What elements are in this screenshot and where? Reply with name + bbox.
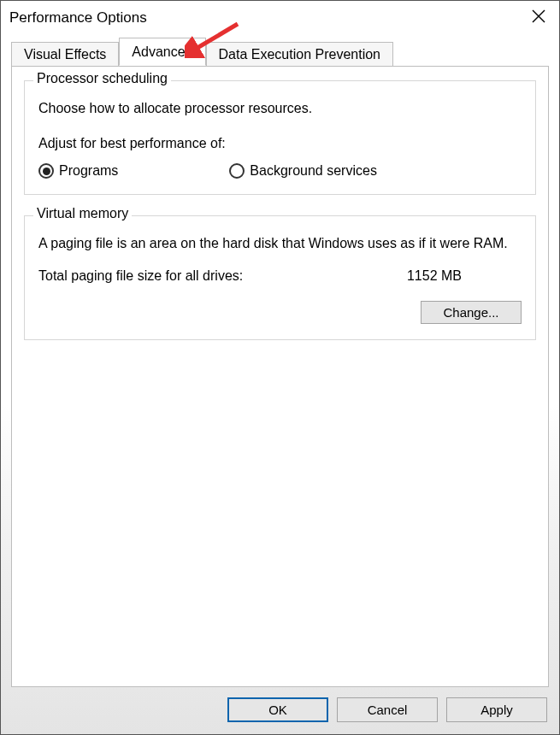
- tab-data-execution-prevention[interactable]: Data Execution Prevention: [206, 42, 393, 67]
- tab-panel-advanced: Processor scheduling Choose how to alloc…: [11, 66, 549, 687]
- window-title: Performance Options: [9, 9, 147, 26]
- processor-scheduling-group: Processor scheduling Choose how to alloc…: [24, 80, 536, 195]
- radio-group-performance: Programs Background services: [38, 163, 522, 179]
- radio-icon: [229, 163, 245, 179]
- tab-advanced[interactable]: Advanced: [119, 38, 205, 66]
- paging-file-value: 1152 MB: [407, 268, 462, 284]
- cancel-button[interactable]: Cancel: [337, 697, 438, 722]
- apply-button[interactable]: Apply: [446, 697, 547, 722]
- performance-options-dialog: Performance Options Visual Effects Advan…: [0, 0, 560, 735]
- radio-programs[interactable]: Programs: [38, 163, 118, 179]
- virtual-memory-description: A paging file is an area on the hard dis…: [38, 233, 522, 253]
- paging-file-label: Total paging file size for all drives:: [38, 268, 243, 284]
- radio-background-label: Background services: [250, 163, 377, 179]
- radio-background-services[interactable]: Background services: [229, 163, 377, 179]
- change-button[interactable]: Change...: [421, 301, 522, 324]
- titlebar: Performance Options: [1, 1, 559, 33]
- dialog-footer: OK Cancel Apply: [1, 687, 559, 734]
- radio-programs-label: Programs: [59, 163, 118, 179]
- paging-file-row: Total paging file size for all drives: 1…: [38, 268, 522, 284]
- close-icon[interactable]: [527, 6, 551, 29]
- processor-scheduling-description: Choose how to allocate processor resourc…: [38, 98, 522, 118]
- adjust-performance-label: Adjust for best performance of:: [38, 133, 522, 153]
- tabstrip: Visual Effects Advanced Data Execution P…: [1, 37, 559, 66]
- radio-icon: [38, 163, 54, 179]
- virtual-memory-legend: Virtual memory: [33, 206, 132, 221]
- virtual-memory-group: Virtual memory A paging file is an area …: [24, 215, 536, 340]
- ok-button[interactable]: OK: [227, 697, 328, 722]
- tab-visual-effects[interactable]: Visual Effects: [11, 42, 119, 67]
- processor-scheduling-legend: Processor scheduling: [33, 71, 171, 86]
